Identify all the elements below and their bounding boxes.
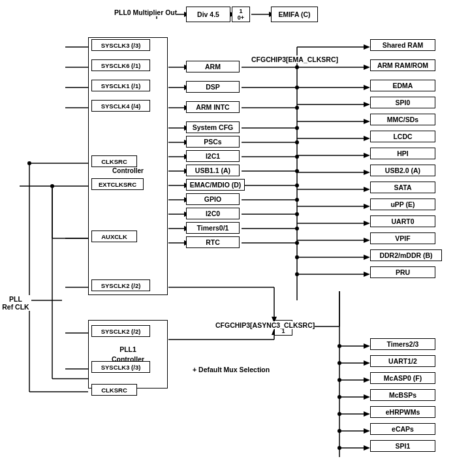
svg-point-134 — [337, 446, 341, 450]
svg-point-115 — [295, 86, 299, 89]
svg-point-128 — [337, 344, 341, 348]
sysclk1-pll0-box: SYSCLK1 (/1) — [91, 80, 150, 91]
pll-ref-clk-label: PLLRef CLK — [0, 295, 31, 311]
pscs-box: PSCs — [186, 136, 240, 148]
svg-marker-107 — [364, 411, 370, 417]
diagram: PLL0 Multiplier Out Div 4.5 10+ EMIFA (C… — [0, 0, 470, 476]
mcbsps-box: McBSPs — [370, 389, 435, 401]
i2c0-box: I2C0 — [186, 208, 240, 219]
svg-marker-62 — [364, 44, 370, 50]
svg-marker-103 — [364, 377, 370, 383]
svg-point-129 — [337, 361, 341, 365]
svg-marker-74 — [364, 153, 370, 158]
svg-marker-78 — [364, 187, 370, 192]
extclksrc-pll0-box: EXTCLKSRC — [91, 178, 144, 190]
svg-marker-72 — [364, 136, 370, 141]
arm-intc-box: ARM INTC — [186, 101, 240, 113]
gpio-box: GPIO — [186, 193, 240, 205]
svg-point-124 — [295, 227, 299, 230]
mcasp0-box: McASP0 (F) — [370, 372, 435, 384]
clksrc-pll1-box: CLKSRC — [91, 384, 137, 396]
ecaps-box: eCAPs — [370, 423, 435, 435]
pru-box: PRU — [370, 266, 435, 278]
shared-ram-box: Shared RAM — [370, 39, 435, 51]
svg-marker-111 — [364, 445, 370, 451]
svg-marker-99 — [364, 343, 370, 349]
svg-marker-80 — [364, 204, 370, 209]
uart0-box: UART0 — [370, 215, 435, 227]
vpif-box: VPIF — [370, 232, 435, 244]
spi0-box: SPI0 — [370, 97, 435, 108]
emac-box: EMAC/MDIO (D) — [186, 179, 245, 191]
svg-point-118 — [295, 140, 299, 144]
system-cfg-box: System CFG — [186, 121, 240, 133]
svg-point-120 — [295, 169, 299, 173]
svg-marker-105 — [364, 394, 370, 400]
sysclk4-pll0-box: SYSCLK4 (/4) — [91, 100, 150, 112]
clksrc-pll0-box: CLKSRC — [91, 155, 137, 167]
rtc-box: RTC — [186, 236, 240, 248]
svg-marker-86 — [364, 255, 370, 260]
svg-marker-88 — [364, 272, 370, 277]
svg-point-122 — [295, 198, 299, 202]
svg-point-130 — [337, 378, 341, 382]
spi1-box: SPI1 — [370, 440, 435, 452]
dsp-box: DSP — [186, 81, 240, 93]
svg-point-127 — [295, 272, 299, 276]
edma-box: EDMA — [370, 80, 435, 91]
svg-marker-84 — [364, 238, 370, 243]
svg-marker-66 — [364, 85, 370, 90]
svg-point-131 — [337, 395, 341, 399]
upp-box: uPP (E) — [370, 198, 435, 210]
div45-box: Div 4.5 — [186, 7, 230, 22]
svg-point-121 — [295, 183, 299, 187]
ehrpwms-box: eHRPWMs — [370, 406, 435, 418]
svg-marker-101 — [364, 360, 370, 366]
svg-marker-82 — [364, 221, 370, 226]
svg-point-136 — [27, 161, 31, 165]
svg-point-133 — [337, 429, 341, 433]
mmcsds-box: MMC/SDs — [370, 114, 435, 125]
timers23-box: Timers2/3 — [370, 338, 435, 350]
usb20-box: USB2.0 (A) — [370, 165, 435, 176]
pll0-mult-out-label: PLL0 Multiplier Out — [114, 8, 177, 16]
svg-point-116 — [295, 106, 299, 110]
sysclk3-pll0-box: SYSCLK3 (/3) — [91, 39, 150, 51]
cfgchip3-ema-label: CFGCHIP3[EMA_CLKSRC] — [251, 56, 338, 63]
arm-box: ARM — [186, 61, 240, 72]
hpi-box: HPI — [370, 148, 435, 159]
sysclk2-pll0-box: SYSCLK2 (/2) — [91, 279, 150, 291]
default-mux-label: + Default Mux Selection — [193, 366, 270, 373]
sysclk2-pll1-box: SYSCLK2 (/2) — [91, 325, 150, 337]
svg-point-125 — [295, 241, 299, 245]
arm-ram-rom-box: ARM RAM/ROM — [370, 59, 435, 71]
svg-point-139 — [50, 184, 54, 188]
svg-marker-109 — [364, 428, 370, 434]
lcdc-box: LCDC — [370, 131, 435, 142]
svg-point-126 — [295, 255, 299, 259]
svg-point-123 — [295, 212, 299, 216]
ddr2-box: DDR2/mDDR (B) — [370, 249, 442, 261]
uart12-box: UART1/2 — [370, 355, 435, 367]
svg-point-114 — [295, 65, 299, 69]
sata-box: SATA — [370, 182, 435, 193]
svg-marker-70 — [364, 119, 370, 124]
svg-point-132 — [337, 412, 341, 416]
mux-top-box: 10+ — [232, 7, 250, 22]
svg-marker-64 — [364, 65, 370, 70]
svg-point-119 — [295, 155, 299, 159]
emifa-box: EMIFA (C) — [271, 7, 318, 22]
svg-marker-76 — [364, 170, 370, 175]
auxclk-box: AUXCLK — [91, 230, 137, 242]
svg-marker-68 — [364, 102, 370, 107]
sysclk6-pll0-box: SYSCLK6 (/1) — [91, 59, 150, 71]
mux-top-label: 10+ — [238, 8, 244, 21]
usb11-box: USB1.1 (A) — [186, 165, 240, 176]
cfgchip3-async-label: CFGCHIP3[ASYNC3_CLKSRC] — [215, 321, 315, 329]
sysclk3-pll1-box: SYSCLK3 (/3) — [91, 361, 150, 373]
timers01-box: Timers0/1 — [186, 222, 240, 234]
svg-point-117 — [295, 126, 299, 130]
i2c1-box: I2C1 — [186, 150, 240, 162]
